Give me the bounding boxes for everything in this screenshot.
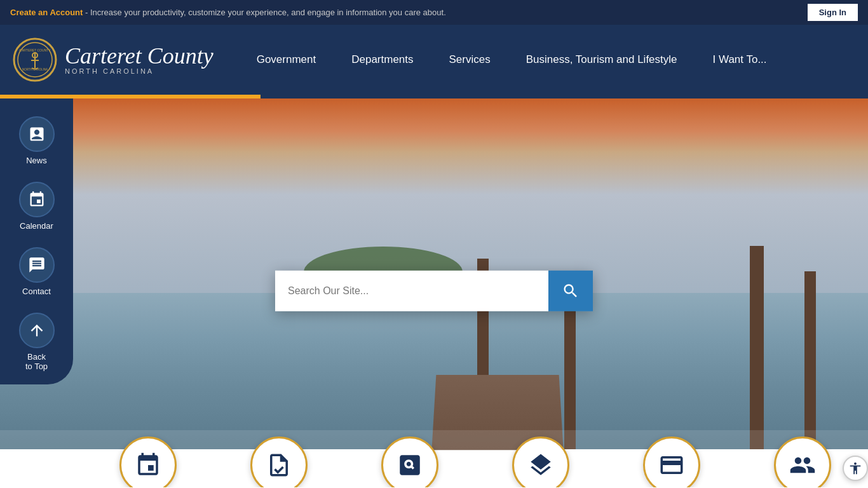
bottom-calendar-circle: [119, 437, 177, 487]
search-container: [275, 271, 593, 311]
nav-business[interactable]: Business, Tourism and Lifestyle: [508, 25, 695, 95]
search-button[interactable]: [548, 271, 593, 311]
search-input[interactable]: [275, 271, 548, 311]
bottom-icon-search-records[interactable]: [344, 437, 475, 487]
top-bar-message: Create an Account - Increase your produc…: [10, 8, 446, 17]
bottom-permit-icon: [266, 452, 292, 478]
dock-post-4: [804, 271, 816, 449]
top-bar: Create an Account - Increase your produc…: [0, 0, 868, 25]
contact-icon: [28, 256, 46, 274]
state-name: NORTH CAROLINA: [65, 67, 214, 75]
backtotop-label: Back to Top: [25, 352, 48, 371]
bottom-icon-calendar[interactable]: [83, 437, 214, 487]
sidebar: News Calendar Contact: [0, 98, 73, 384]
bottom-permit-circle: [250, 437, 308, 487]
news-label: News: [26, 156, 47, 165]
calendar-icon: [28, 191, 46, 208]
logo-text: Carteret County NORTH CAROLINA: [65, 44, 214, 75]
bottom-icon-layers[interactable]: [475, 437, 606, 487]
bottom-search-records-circle: [381, 437, 438, 487]
bottom-layers-circle: [512, 437, 569, 487]
main-nav: Government Departments Services Business…: [239, 25, 855, 95]
nav-iwantto[interactable]: I Want To...: [695, 25, 785, 95]
hero-section: News Calendar Contact: [0, 98, 868, 487]
header: CARTERET COUNTY NORTH CAROLINA Carteret …: [0, 25, 868, 95]
sign-in-button[interactable]: Sign In: [808, 4, 858, 21]
bottom-people-icon: [789, 452, 816, 478]
news-icon: [28, 125, 46, 143]
bottom-layers-icon: [527, 452, 554, 478]
bottom-icon-payment[interactable]: [606, 437, 737, 487]
sidebar-item-calendar[interactable]: Calendar: [8, 177, 65, 236]
county-seal-icon: CARTERET COUNTY NORTH CAROLINA: [13, 37, 57, 82]
county-name: Carteret County: [65, 44, 214, 67]
bottom-search-records-icon: [397, 452, 423, 478]
bottom-payment-icon: [658, 452, 685, 478]
dock-post-3: [750, 246, 764, 449]
sidebar-item-news[interactable]: News: [8, 111, 65, 170]
nav-government[interactable]: Government: [239, 25, 334, 95]
backtotop-icon: [28, 322, 46, 339]
nav-departments[interactable]: Departments: [334, 25, 431, 95]
nav-services[interactable]: Services: [431, 25, 508, 95]
contact-icon-circle: [19, 247, 55, 283]
sidebar-item-backtotop[interactable]: Back to Top: [8, 308, 65, 376]
news-icon-circle: [19, 116, 55, 152]
search-icon: [562, 282, 580, 300]
contact-label: Contact: [22, 287, 51, 296]
logo-link[interactable]: CARTERET COUNTY NORTH CAROLINA Carteret …: [13, 37, 214, 82]
create-account-link[interactable]: Create an Account: [10, 8, 83, 17]
calendar-label: Calendar: [20, 221, 53, 231]
backtotop-icon-circle: [19, 313, 55, 348]
bottom-icons-row: [83, 437, 868, 487]
accessibility-button[interactable]: [843, 456, 868, 481]
calendar-icon-circle: [19, 182, 55, 217]
sidebar-item-contact[interactable]: Contact: [8, 242, 65, 301]
bottom-payment-circle: [643, 437, 700, 487]
bottom-icon-permit[interactable]: [214, 437, 344, 487]
svg-text:CARTERET COUNTY: CARTERET COUNTY: [19, 48, 51, 52]
accessibility-icon: [848, 461, 862, 475]
bottom-people-circle: [774, 437, 831, 487]
bottom-calendar-icon: [135, 452, 161, 478]
